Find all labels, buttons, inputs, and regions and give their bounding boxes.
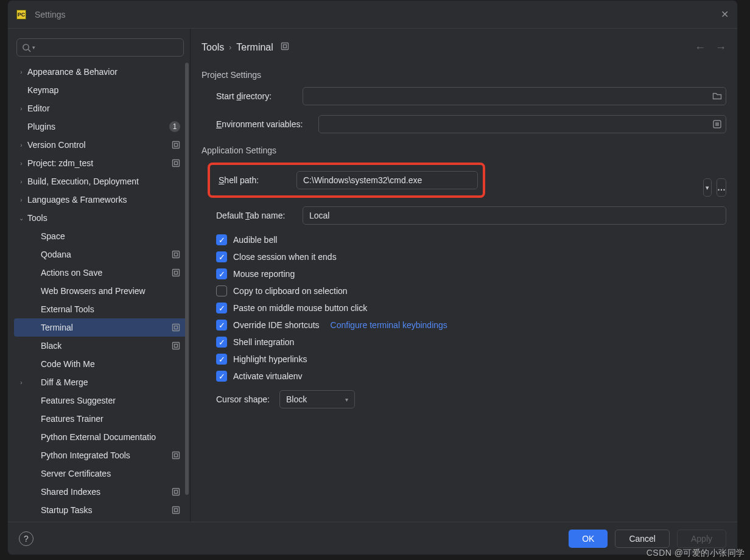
checkbox-row-4: ✓Paste on middle mouse button click — [216, 303, 726, 313]
search-dropdown-icon[interactable]: ▾ — [32, 44, 35, 51]
scrollbar-thumb[interactable] — [185, 63, 189, 495]
svg-rect-14 — [173, 452, 180, 459]
search-input-wrapper[interactable]: ▾ — [16, 38, 184, 57]
checkbox-row-3: Copy to clipboard on selection — [216, 285, 726, 296]
nav-forward-icon[interactable]: → — [715, 41, 726, 54]
sidebar-item-terminal[interactable]: Terminal — [14, 318, 186, 337]
checkbox-label: Audible bell — [233, 235, 277, 245]
checkbox-row-2: ✓Mouse reporting — [216, 268, 726, 279]
svg-rect-8 — [173, 270, 180, 276]
default-tab-input[interactable] — [303, 211, 726, 220]
checkbox[interactable]: ✓ — [216, 320, 227, 331]
svg-rect-16 — [173, 489, 180, 495]
checkbox[interactable] — [216, 285, 227, 296]
sidebar-item-label: Plugins — [27, 122, 169, 131]
svg-rect-15 — [175, 454, 178, 457]
checkbox[interactable]: ✓ — [216, 268, 227, 279]
sidebar-item-label: Startup Tasks — [27, 505, 172, 515]
chevron-icon: › — [15, 142, 27, 149]
checkbox[interactable]: ✓ — [216, 371, 227, 382]
sidebar-item-external-tools[interactable]: External Tools — [14, 300, 186, 318]
breadcrumb-root[interactable]: Tools — [202, 42, 224, 53]
sidebar-item-tools[interactable]: ⌄Tools — [14, 209, 186, 227]
sidebar-item-server-certificates[interactable]: Server Certificates — [14, 464, 186, 483]
sidebar-item-actions-on-save[interactable]: Actions on Save — [14, 264, 186, 282]
chevron-icon: › — [15, 69, 27, 75]
breadcrumb-leaf: Terminal — [236, 42, 273, 53]
apply-button: Apply — [677, 530, 726, 548]
sidebar-item-version-control[interactable]: ›Version Control — [14, 136, 186, 154]
start-directory-input[interactable] — [303, 91, 709, 101]
checkbox[interactable]: ✓ — [216, 354, 227, 365]
sidebar-item-project-zdm-test[interactable]: ›Project: zdm_test — [14, 154, 186, 172]
sidebar-item-languages-frameworks[interactable]: ›Languages & Frameworks — [14, 191, 186, 209]
checkbox[interactable]: ✓ — [216, 234, 227, 245]
start-directory-field[interactable] — [303, 87, 726, 105]
chevron-icon: › — [15, 178, 27, 185]
checkbox-label: Paste on middle mouse button click — [233, 303, 367, 313]
sidebar-item-label: Web Browsers and Preview — [27, 286, 186, 296]
list-icon[interactable] — [709, 119, 726, 129]
sidebar-item-features-suggester[interactable]: Features Suggester — [14, 391, 186, 410]
env-vars-input[interactable] — [319, 119, 709, 129]
shell-path-more-button[interactable]: … — [717, 178, 726, 197]
sidebar-item-keymap[interactable]: Keymap — [14, 81, 186, 99]
sidebar-item-label: Space — [27, 231, 186, 241]
sidebar-item-build-execution-deployment[interactable]: ›Build, Execution, Deployment — [14, 172, 186, 191]
sidebar-item-qodana[interactable]: Qodana — [14, 245, 186, 264]
svg-rect-4 — [173, 160, 180, 167]
shell-path-input[interactable] — [297, 175, 477, 185]
sidebar-item-web-browsers-and-preview[interactable]: Web Browsers and Preview — [14, 282, 186, 300]
configure-link[interactable]: Configure terminal keybindings — [331, 320, 447, 330]
sidebar-item-plugins[interactable]: Plugins1 — [14, 117, 186, 136]
checkbox[interactable]: ✓ — [216, 303, 227, 313]
svg-rect-9 — [175, 271, 178, 275]
sidebar-item-label: Terminal — [27, 323, 172, 332]
chevron-icon: › — [15, 379, 27, 386]
svg-rect-19 — [175, 509, 178, 512]
sidebar-item-editor[interactable]: ›Editor — [14, 99, 186, 117]
checkbox[interactable]: ✓ — [216, 337, 227, 348]
sidebar-item-appearance-behavior[interactable]: ›Appearance & Behavior — [14, 63, 186, 81]
sidebar-item-python-external-documentatio[interactable]: Python External Documentatio — [14, 428, 186, 446]
default-tab-field[interactable] — [303, 206, 726, 225]
sidebar-item-space[interactable]: Space — [14, 227, 186, 245]
nav-back-icon[interactable]: ← — [695, 41, 706, 54]
scope-pin-icon — [172, 159, 180, 167]
sidebar-item-label: Actions on Save — [27, 268, 172, 278]
chevron-right-icon: › — [229, 43, 231, 52]
sidebar-item-label: Appearance & Behavior — [27, 67, 186, 77]
shell-path-highlight: Shell path: — [208, 163, 485, 198]
cancel-button[interactable]: Cancel — [615, 530, 670, 548]
settings-tree[interactable]: ›Appearance & BehaviorKeymap›EditorPlugi… — [14, 63, 190, 522]
checkbox[interactable]: ✓ — [216, 251, 227, 262]
sidebar-item-label: Version Control — [27, 140, 172, 150]
checkbox-label: Override IDE shortcuts — [233, 320, 320, 330]
search-input[interactable] — [38, 42, 178, 53]
help-icon[interactable]: ? — [19, 531, 33, 546]
sidebar-item-label: Code With Me — [27, 359, 186, 369]
sidebar-item-shared-indexes[interactable]: Shared Indexes — [14, 483, 186, 501]
sidebar-item-black[interactable]: Black — [14, 337, 186, 355]
close-icon[interactable]: ✕ — [721, 9, 729, 20]
env-vars-field[interactable] — [318, 115, 726, 133]
scope-pin-icon[interactable] — [281, 42, 289, 53]
sidebar-item-label: Features Trainer — [27, 414, 186, 424]
sidebar-item-label: Editor — [27, 103, 186, 113]
scope-pin-icon — [172, 506, 180, 514]
sidebar-item-python-integrated-tools[interactable]: Python Integrated Tools — [14, 446, 186, 464]
shell-path-dropdown[interactable]: ▾ — [703, 178, 712, 197]
cursor-shape-select[interactable]: Block ▾ — [279, 390, 355, 408]
sidebar: ▾ ›Appearance & BehaviorKeymap›EditorPlu… — [8, 29, 191, 522]
sidebar-item-startup-tasks[interactable]: Startup Tasks — [14, 501, 186, 519]
app-settings-heading: Application Settings — [202, 145, 726, 155]
folder-icon[interactable] — [709, 91, 726, 101]
shell-path-field[interactable] — [296, 171, 478, 189]
checkbox-label: Copy to clipboard on selection — [233, 286, 348, 296]
svg-rect-10 — [173, 324, 180, 331]
sidebar-item-code-with-me[interactable]: Code With Me — [14, 355, 186, 373]
sidebar-item-features-trainer[interactable]: Features Trainer — [14, 410, 186, 428]
svg-rect-21 — [283, 45, 286, 48]
ok-button[interactable]: OK — [569, 530, 608, 548]
sidebar-item-diff-merge[interactable]: ›Diff & Merge — [14, 373, 186, 391]
